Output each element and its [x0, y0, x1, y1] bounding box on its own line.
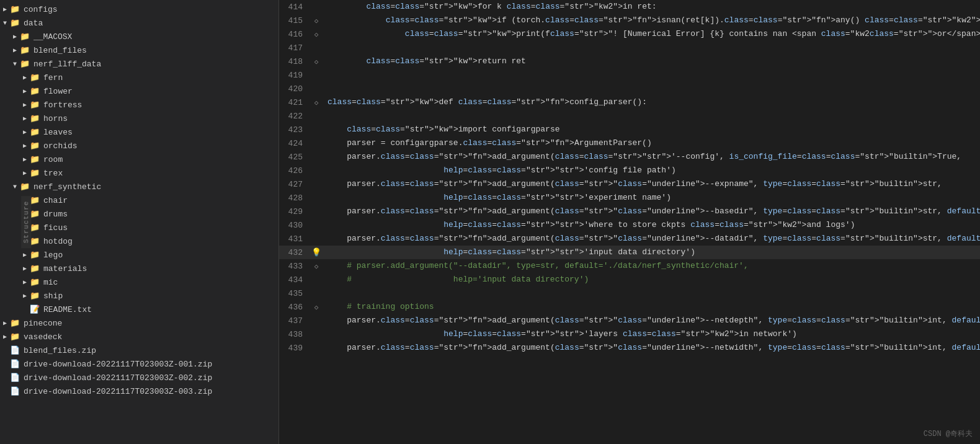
sidebar-item-drums[interactable]: ▶📁drums: [0, 207, 278, 221]
sidebar-item-label: lego: [43, 251, 63, 260]
line-indicator: [310, 177, 323, 191]
line-content: [323, 286, 980, 300]
sidebar-item-label: data: [24, 19, 43, 28]
sidebar-item-orchids[interactable]: ▶📁orchids: [0, 139, 278, 153]
sidebar-item-chair[interactable]: ▶📁chair: [0, 193, 278, 207]
line-content: [323, 68, 980, 82]
sidebar-item-mic[interactable]: ▶📁mic: [0, 275, 278, 289]
watermark: CSDN @奇科夫: [924, 428, 973, 439]
tree-arrow: ▶: [20, 142, 30, 149]
tree-arrow: ▶: [0, 6, 10, 13]
code-line: 436◇ # training options: [279, 300, 980, 314]
code-area: 414 class=class="str">"kw">for k class=c…: [279, 0, 980, 355]
line-indicator: [310, 273, 323, 286]
folder-icon: 📁: [20, 59, 31, 69]
line-indicator: ◇: [310, 55, 323, 68]
sidebar-item-__MACOSX[interactable]: ▶📁__MACOSX: [0, 30, 278, 43]
folder-icon: 📁: [30, 86, 41, 96]
sidebar-item-drive-download-003.zip[interactable]: 📄drive-download-20221117T023003Z-003.zip: [0, 384, 278, 398]
sidebar-item-fortress[interactable]: ▶📁fortress: [0, 98, 278, 112]
sidebar-item-blend_files[interactable]: ▶📁blend_files: [0, 43, 278, 57]
sidebar-item-label: orchids: [43, 141, 78, 151]
sidebar-item-label: ship: [43, 291, 63, 301]
sidebar-item-label: flower: [43, 87, 73, 96]
sidebar-item-room[interactable]: ▶📁room: [0, 153, 278, 166]
sidebar-item-flower[interactable]: ▶📁flower: [0, 84, 278, 98]
folder-icon: 📁: [30, 209, 41, 219]
tree-arrow: ▶: [20, 156, 30, 163]
tree-arrow: ▼: [10, 61, 20, 68]
folder-icon: 📁: [20, 45, 31, 55]
sidebar-item-README.txt[interactable]: 📝README.txt: [0, 303, 278, 316]
line-number: 431: [279, 232, 310, 246]
sidebar-item-ship[interactable]: ▶📁ship: [0, 289, 278, 303]
folder-icon: 📁: [30, 73, 41, 82]
folder-icon: 📁: [30, 291, 41, 301]
line-number: 434: [279, 273, 310, 286]
sidebar-item-leaves[interactable]: ▶📁leaves: [0, 125, 278, 139]
sidebar-item-label: drive-download-20221117T023003Z-002.zip: [24, 373, 212, 383]
line-content: class=class="str">"kw">import configargp…: [323, 123, 980, 136]
line-indicator: [310, 205, 323, 218]
folder-icon: 📁: [30, 277, 41, 287]
folder-icon: 📁: [10, 318, 21, 328]
line-number: 418: [279, 55, 310, 68]
sidebar-item-label: configs: [24, 5, 58, 14]
folder-icon: 📁: [20, 182, 31, 192]
code-line: 424 parser = configargparse.class=class=…: [279, 136, 980, 150]
code-line: 438 help=class=class="str">"str">'layers…: [279, 327, 980, 341]
line-content: # help='input data directory'): [323, 273, 980, 286]
line-indicator: [310, 232, 323, 246]
sidebar-item-drive-download-002.zip[interactable]: 📄drive-download-20221117T023003Z-002.zip: [0, 371, 278, 384]
line-indicator: [310, 286, 323, 300]
line-number: 421: [279, 95, 310, 109]
line-content: help=class=class="str">"str">'config fil…: [323, 164, 980, 177]
line-number: 429: [279, 205, 310, 218]
line-content: parser.class=class="str">"fn">add_argume…: [323, 150, 980, 164]
folder-icon: 📁: [30, 195, 41, 205]
line-number: 414: [279, 0, 310, 14]
line-number: 425: [279, 150, 310, 164]
line-content: parser.class=class="str">"fn">add_argume…: [323, 232, 980, 246]
zip-icon: 📄: [10, 345, 21, 355]
zip-icon: 📄: [10, 386, 21, 396]
tree-arrow: ▶: [20, 74, 30, 81]
code-line: 420: [279, 82, 980, 95]
txt-icon: 📝: [30, 304, 41, 314]
tree-arrow: ▶: [20, 115, 30, 122]
folder-icon: 📁: [30, 236, 41, 246]
code-line: 419: [279, 68, 980, 82]
sidebar-item-label: drive-download-20221117T023003Z-003.zip: [24, 387, 212, 396]
line-indicator: [310, 109, 323, 123]
sidebar-item-label: nerf_synthetic: [33, 182, 101, 192]
sidebar-item-hotdog[interactable]: ▶📁hotdog: [0, 234, 278, 248]
sidebar-item-label: pinecone: [24, 319, 62, 328]
tree-arrow: ▶: [20, 128, 30, 136]
code-line: 428 help=class=class="str">"str">'experi…: [279, 191, 980, 205]
code-line: 434 # help='input data directory'): [279, 273, 980, 286]
line-number: 435: [279, 286, 310, 300]
structure-tab[interactable]: Structure: [21, 196, 31, 248]
sidebar-item-pinecone[interactable]: ▶📁pinecone: [0, 316, 278, 330]
line-indicator: [310, 327, 323, 341]
sidebar-item-fern[interactable]: ▶📁fern: [0, 71, 278, 84]
sidebar-item-data[interactable]: ▼📁data: [0, 16, 278, 30]
folder-icon: 📁: [30, 141, 41, 151]
sidebar-item-blend_files.zip[interactable]: 📄blend_files.zip: [0, 344, 278, 357]
sidebar-item-trex[interactable]: ▶📁trex: [0, 166, 278, 180]
line-number: 423: [279, 123, 310, 136]
code-line: 421◇class=class="str">"kw">def class=cla…: [279, 95, 980, 109]
tree-arrow: ▶: [10, 47, 20, 54]
tree-arrow: ▼: [0, 20, 10, 27]
sidebar-item-materials[interactable]: ▶📁materials: [0, 262, 278, 275]
sidebar-item-nerf_synthetic[interactable]: ▼📁nerf_synthetic: [0, 180, 278, 193]
sidebar-item-ficus[interactable]: ▶📁ficus: [0, 221, 278, 234]
sidebar-item-lego[interactable]: ▶📁lego: [0, 248, 278, 262]
sidebar-item-vasedeck[interactable]: ▶📁vasedeck: [0, 330, 278, 344]
sidebar-item-drive-download-001.zip[interactable]: 📄drive-download-20221117T023003Z-001.zip: [0, 357, 278, 371]
sidebar-item-configs[interactable]: ▶📁configs: [0, 2, 278, 16]
line-number: 417: [279, 41, 310, 55]
sidebar-item-nerf_llff_data[interactable]: ▼📁nerf_llff_data: [0, 57, 278, 71]
line-content: [323, 82, 980, 95]
sidebar-item-horns[interactable]: ▶📁horns: [0, 112, 278, 125]
